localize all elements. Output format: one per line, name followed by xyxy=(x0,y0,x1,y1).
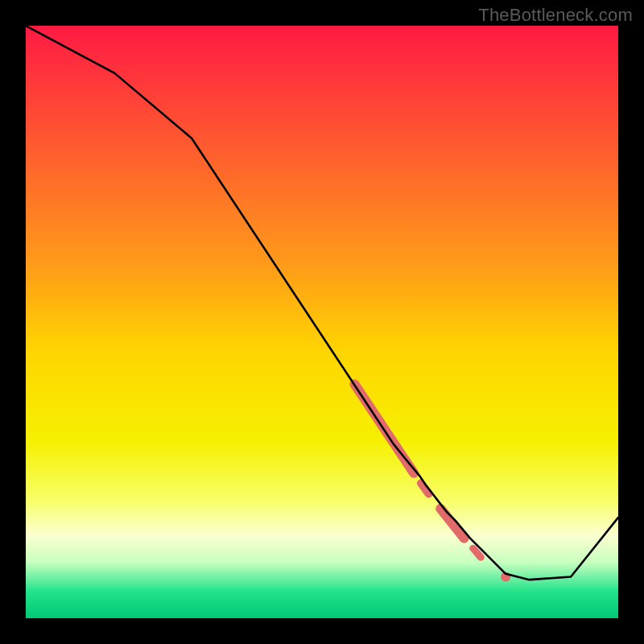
gradient-background xyxy=(26,26,618,618)
chart-frame: TheBottleneck.com xyxy=(0,0,644,644)
chart-svg xyxy=(26,26,618,618)
watermark-text: TheBottleneck.com xyxy=(478,5,633,26)
plot-area xyxy=(26,26,618,618)
